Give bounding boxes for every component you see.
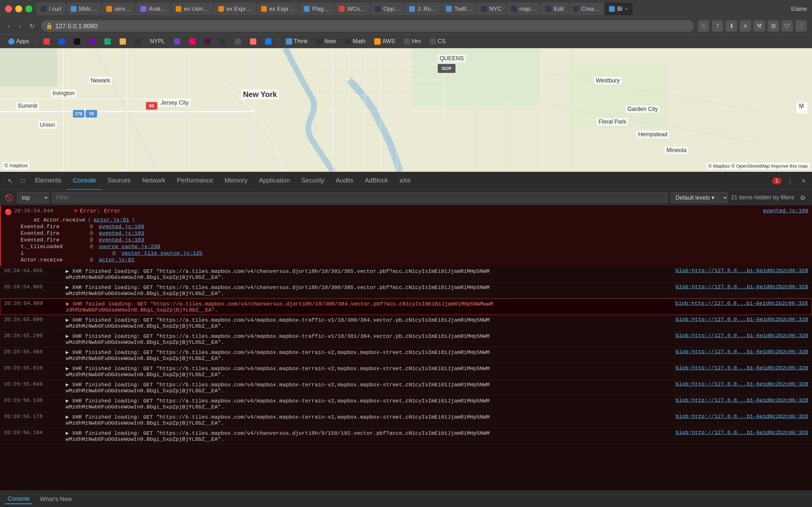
stack-link-6[interactable]: vector_tile_source.js:125 — [121, 250, 202, 257]
log-line-0[interactable]: 20:26:54.955▶ XHR finished loading: GET … — [0, 266, 812, 282]
log-right-link-6[interactable]: blob:http://127.0.0...b1-6e1d0c2b2c06:32… — [676, 365, 808, 371]
log-line-5[interactable]: 20:26:55.469▶ XHR finished loading: GET … — [0, 347, 812, 363]
menu-icon[interactable]: ⋮ — [796, 20, 807, 32]
tab-audits[interactable]: Audits — [330, 172, 359, 190]
map-area[interactable]: 278 78 95 — [0, 48, 812, 172]
log-right-link-10[interactable]: blob:http://127.0.0...b1-6e1d0c2b2c06:32… — [676, 430, 808, 436]
bookmark-yahoo[interactable] — [86, 37, 99, 46]
log-right-link-9[interactable]: blob:http://127.0.0...b1-6e1d0c2b2c06:32… — [676, 413, 808, 419]
tab-plag[interactable]: Plag… — [299, 3, 334, 15]
log-right-link-0[interactable]: blob:http://127.0.0...b1-6e1d0c2b2c06:32… — [676, 268, 808, 274]
log-right-link-2[interactable]: blob:http://127.0.0...b1-6e1d0c2b2c06:32… — [675, 300, 808, 306]
bookmark-cs[interactable]: CS — [426, 37, 449, 46]
tab-console[interactable]: Console — [67, 172, 101, 190]
log-line-6[interactable]: 20:26:55.810▶ XHR finished loading: GET … — [0, 363, 812, 380]
tab-application[interactable]: Application — [253, 172, 296, 190]
log-line-4[interactable]: 20:26:55.290▶ XHR finished loading: GET … — [0, 331, 812, 347]
tab-crea[interactable]: Crea… — [569, 3, 604, 15]
star-icon[interactable]: ☆ — [698, 20, 709, 32]
error-expand-arrow[interactable]: ▼ — [74, 208, 78, 214]
stack-link-7[interactable]: actor.js:81 — [99, 257, 135, 263]
error-source-link[interactable]: evented.js:109 — [763, 208, 808, 214]
tab-anat[interactable]: Anat… — [136, 3, 171, 15]
bookmark-github[interactable] — [216, 37, 229, 46]
log-line-8[interactable]: 20:26:56.130▶ XHR finished loading: GET … — [0, 396, 812, 412]
devtools-icon[interactable]: ⚒ — [754, 20, 765, 32]
log-right-link-4[interactable]: blob:http://127.0.0...b1-6e1d0c2b2c06:32… — [676, 333, 808, 339]
share-icon[interactable]: ⤴ — [712, 20, 723, 32]
back-button[interactable]: ‹ — [5, 21, 12, 31]
bookmark-now[interactable]: Now — [313, 37, 339, 46]
stack-link-3[interactable]: evented.js:103 — [99, 230, 144, 236]
extensions-icon[interactable]: ⊞ — [768, 20, 779, 32]
bottom-tab-console[interactable]: Console — [5, 494, 32, 504]
tab-opp[interactable]: Opp… — [370, 3, 404, 15]
bookmark-nyt[interactable] — [71, 37, 84, 46]
log-right-link-1[interactable]: blob:http://127.0.0...b1-6e1d0c2b2c06:32… — [676, 284, 808, 290]
download-icon[interactable]: ⬇ — [726, 20, 737, 32]
bookmark-math[interactable]: Math — [342, 37, 368, 46]
mobile-tool-icon[interactable]: □ — [16, 175, 29, 187]
tab-elements[interactable]: Elements — [29, 172, 67, 190]
log-line-7[interactable]: 20:26:55.849▶ XHR finished loading: GET … — [0, 380, 812, 396]
tab-axe[interactable]: aXe — [394, 172, 416, 190]
stack-link-1[interactable]: actor.js:81 — [94, 217, 129, 223]
bottom-tab-whats-new[interactable]: What's New — [38, 494, 74, 504]
console-filter-input[interactable] — [52, 192, 668, 203]
bookmark-aws[interactable]: AWS — [371, 37, 398, 46]
close-button[interactable] — [5, 5, 12, 12]
reader-icon[interactable]: ≡ — [740, 20, 751, 32]
console-level-select[interactable]: Default levels ▾ — [671, 192, 728, 203]
tab-serv[interactable]: serv… — [102, 3, 136, 15]
tab-jro[interactable]: J. Ro… — [405, 3, 441, 15]
address-bar[interactable]: 🔒 127.0.0.1:8080 — [41, 20, 694, 32]
log-line-3[interactable]: 20:26:55.000▶ XHR finished loading: GET … — [0, 315, 812, 331]
stack-link-4[interactable]: evented.js:103 — [99, 237, 144, 243]
bookmark-apps[interactable]: Apps — [5, 37, 32, 46]
tab-ex2[interactable]: ex Expr… — [214, 3, 256, 15]
bookmark-robinhood[interactable] — [101, 37, 114, 46]
tab-twit[interactable]: Twitt… — [442, 3, 476, 15]
tab-close-bi[interactable]: × — [625, 6, 628, 12]
console-settings-button[interactable]: ⚙ — [798, 193, 808, 203]
log-right-link-3[interactable]: blob:http://127.0.0...b1-6e1d0c2b2c06:32… — [676, 317, 808, 323]
stack-link-2[interactable]: evented.js:109 — [99, 224, 144, 230]
bookmark-figma[interactable] — [247, 37, 259, 46]
forward-button[interactable]: › — [16, 21, 23, 31]
console-context-select[interactable]: top — [17, 192, 49, 203]
tab-wco[interactable]: WCo… — [334, 3, 370, 15]
bookmark-hm[interactable]: Hm — [401, 37, 424, 46]
log-line-9[interactable]: 20:26:56.178▶ XHR finished loading: GET … — [0, 412, 812, 428]
console-output[interactable]: 🔴 20:26:54.944 ▼ Error: Error evented.js… — [0, 205, 812, 491]
tab-bi[interactable]: Bi × — [605, 3, 632, 15]
bookmark-fandom[interactable] — [171, 37, 183, 46]
bookmark-db[interactable] — [232, 37, 244, 46]
cursor-tool-icon[interactable]: ↖ — [4, 175, 16, 187]
bookmark-think[interactable]: Think — [283, 37, 311, 46]
devtools-close-btn[interactable]: × — [799, 176, 808, 186]
log-right-link-5[interactable]: blob:http://127.0.0...b1-6e1d0c2b2c06:32… — [676, 349, 808, 355]
bookmark-slack[interactable] — [201, 37, 214, 46]
minimize-button[interactable] — [15, 5, 22, 12]
tab-midc[interactable]: Midc… — [66, 3, 101, 15]
tab-curl[interactable]: / curl — [36, 3, 66, 15]
tab-performance[interactable]: Performance — [171, 172, 219, 190]
bookmark-asana[interactable] — [186, 37, 199, 46]
tab-adblock[interactable]: AdBlock — [359, 172, 394, 190]
tab-memory[interactable]: Memory — [219, 172, 253, 190]
bookmark-nypl[interactable]: NYPL — [147, 37, 168, 46]
devtools-more-btn[interactable]: ⋮ — [784, 175, 797, 187]
bookmark-facebook[interactable] — [262, 37, 275, 46]
tab-ex1[interactable]: ex Usin… — [171, 3, 213, 15]
console-clear-button[interactable]: 🚫 — [4, 193, 14, 203]
maximize-button[interactable] — [26, 5, 32, 12]
adblock-icon[interactable]: 🛡 — [781, 20, 793, 32]
stack-link-5[interactable]: source_cache.js:238 — [99, 244, 160, 250]
bookmark-ladders[interactable] — [116, 37, 129, 46]
log-right-link-7[interactable]: blob:http://127.0.0...b1-6e1d0c2b2c06:32… — [676, 381, 808, 387]
tab-security[interactable]: Security — [296, 172, 330, 190]
refresh-button[interactable]: ↻ — [27, 21, 38, 31]
tab-ex3[interactable]: ex Expr… — [257, 3, 299, 15]
bookmark-gmail[interactable] — [40, 37, 53, 46]
bookmark-bitbar[interactable] — [132, 37, 144, 46]
